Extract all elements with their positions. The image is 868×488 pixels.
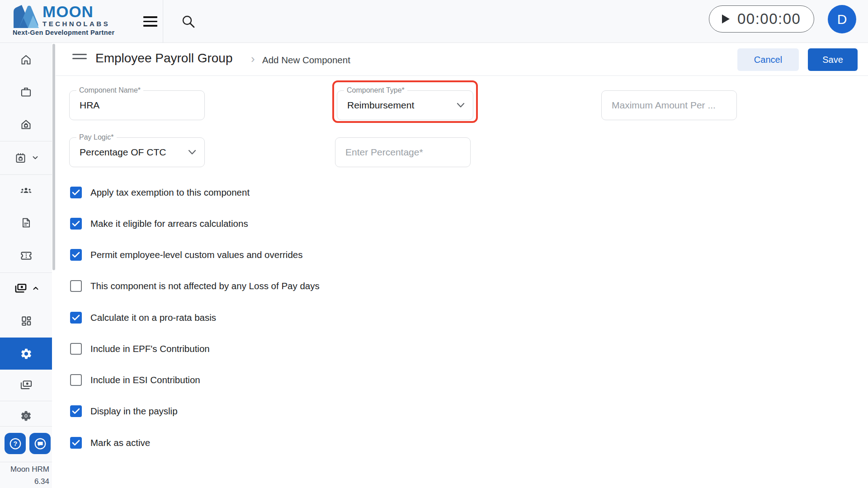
sidebar-item-payroll[interactable]: [0, 276, 52, 301]
checkbox-loss-of-pay[interactable]: This component is not affected by any Lo…: [70, 280, 320, 292]
app-name-label: Moon HRM: [10, 465, 49, 474]
avatar-initial: D: [837, 12, 847, 27]
chevron-down-icon: [188, 150, 196, 155]
settings-icon: [20, 347, 33, 360]
sidebar-divider: [0, 426, 52, 427]
help-icon: ?: [9, 437, 22, 450]
chat-icon: [33, 437, 47, 450]
search-icon[interactable]: [181, 14, 196, 29]
checkbox-apply-tax-exemption[interactable]: Apply tax exemption to this component: [70, 186, 250, 199]
sidebar-scrollbar[interactable]: [52, 44, 55, 270]
chevron-down-icon: [457, 103, 465, 108]
hamburger-menu-icon[interactable]: [143, 16, 157, 27]
checkbox-box[interactable]: [70, 187, 82, 198]
feedback-button[interactable]: [29, 433, 51, 454]
sidebar-divider: [0, 272, 52, 273]
checkbox-label: This component is not affected by any Lo…: [90, 281, 320, 291]
checkbox-box[interactable]: [70, 343, 82, 355]
sidebar-item-tickets[interactable]: [0, 243, 52, 268]
play-icon[interactable]: [721, 14, 730, 24]
checkbox-label: Permit employee-level custom values and …: [90, 249, 302, 260]
logo-subtitle: TECHNOLABS: [42, 20, 110, 28]
component-name-value: HRA: [80, 91, 99, 120]
checkbox-employee-overrides[interactable]: Permit employee-level custom values and …: [70, 249, 302, 261]
sidebar-item-payments[interactable]: [0, 372, 52, 398]
sidebar-divider: [0, 462, 52, 462]
checkbox-display-payslip[interactable]: Display in the payslip: [70, 405, 178, 418]
max-amount-field[interactable]: Maximum Amount Per ...: [601, 90, 737, 120]
page-header: Employee Payroll Group › Add New Compone…: [56, 43, 868, 76]
sidebar-item-documents[interactable]: [0, 210, 52, 235]
checkbox-box[interactable]: [70, 374, 82, 386]
payments-icon: [20, 379, 33, 391]
percentage-field[interactable]: Enter Percentage*: [335, 137, 471, 167]
sidebar-divider: [0, 141, 52, 141]
sidebar-item-dashboard[interactable]: [0, 308, 52, 333]
home-work-icon: [20, 118, 32, 131]
sidebar-item-work[interactable]: [0, 79, 52, 104]
checkbox-label: Apply tax exemption to this component: [90, 187, 250, 198]
logo-mountains-icon: [13, 5, 41, 28]
checkbox-box[interactable]: [70, 312, 82, 324]
checkbox-box[interactable]: [70, 218, 82, 230]
pay-logic-value: Percentage OF CTC: [80, 138, 166, 167]
checkbox-arrears-eligible[interactable]: Make it eligible for arrears calculation…: [70, 217, 248, 230]
component-type-select[interactable]: Component Type* Reimbursement: [337, 90, 473, 120]
groups-icon: [19, 184, 33, 197]
help-button[interactable]: ?: [5, 433, 26, 454]
max-amount-placeholder: Maximum Amount Per ...: [612, 91, 716, 120]
logo-title: MOON: [42, 4, 110, 20]
dashboard-icon: [20, 315, 32, 327]
checkbox-box[interactable]: [70, 437, 82, 449]
ticket-icon: [20, 249, 33, 262]
home-icon: [20, 54, 32, 66]
breadcrumb-chevron-icon: ›: [251, 52, 255, 66]
sidebar-item-employees[interactable]: [0, 178, 52, 203]
pay-logic-select[interactable]: Pay Logic* Percentage OF CTC: [69, 137, 205, 167]
sidebar-item-preferences[interactable]: [0, 403, 52, 428]
checkbox-esi-contribution[interactable]: Include in ESI Contribution: [70, 374, 200, 386]
checkbox-label: Include in ESI Contribution: [90, 375, 200, 385]
sidebar-item-settings-active[interactable]: [0, 338, 52, 370]
briefcase-icon: [20, 86, 32, 98]
sidebar-item-attendance[interactable]: [0, 145, 52, 170]
app-window: MOON TECHNOLABS Next-Gen Development Par…: [0, 0, 868, 488]
topbar: MOON TECHNOLABS Next-Gen Development Par…: [0, 0, 868, 43]
component-name-field[interactable]: Component Name* HRA: [69, 90, 205, 120]
cancel-button[interactable]: Cancel: [737, 48, 799, 71]
save-button[interactable]: Save: [808, 48, 858, 71]
user-avatar[interactable]: D: [828, 5, 856, 33]
page-title: Employee Payroll Group: [95, 51, 232, 66]
checkbox-box[interactable]: [70, 249, 82, 261]
main-content: Employee Payroll Group › Add New Compone…: [56, 43, 868, 488]
sidebar-divider: [0, 174, 52, 175]
checkbox-pro-rata[interactable]: Calculate it on a pro-rata basis: [70, 311, 216, 324]
checkbox-label: Display in the payslip: [90, 406, 178, 417]
sidebar-item-home[interactable]: [0, 47, 52, 72]
chevron-down-icon: [31, 154, 39, 162]
component-form: Component Name* HRA Component Type* Reim…: [56, 76, 868, 488]
checkbox-mark-active[interactable]: Mark as active: [70, 436, 150, 449]
checkbox-label: Mark as active: [90, 437, 150, 448]
breadcrumb-current: Add New Component: [262, 55, 350, 66]
sidebar-scroll-track: [52, 43, 56, 488]
percentage-placeholder: Enter Percentage*: [345, 138, 423, 167]
timer-widget[interactable]: 00:00:00: [709, 5, 814, 33]
sort-filter-icon[interactable]: [72, 54, 88, 65]
sidebar-nav: ? Moon HRM 6.34: [0, 43, 52, 488]
timer-value: 00:00:00: [737, 10, 801, 28]
checkbox-box[interactable]: [70, 280, 82, 292]
checkbox-epf-contribution[interactable]: Include in EPF's Contribution: [70, 343, 210, 355]
topbar-divider: [163, 0, 163, 43]
payments-icon: [14, 282, 27, 295]
calendar-icon: [14, 152, 27, 164]
checkbox-box[interactable]: [70, 405, 82, 417]
checkbox-label: Make it eligible for arrears calculation…: [90, 218, 248, 229]
moon-technolabs-logo: MOON TECHNOLABS Next-Gen Development Par…: [13, 3, 148, 41]
sidebar-item-home-work[interactable]: [0, 112, 52, 137]
checkbox-label: Calculate it on a pro-rata basis: [90, 312, 216, 323]
svg-text:?: ?: [13, 440, 17, 447]
chevron-up-icon: [32, 284, 40, 292]
app-version-label: 6.34: [34, 477, 49, 486]
document-icon: [20, 217, 32, 229]
